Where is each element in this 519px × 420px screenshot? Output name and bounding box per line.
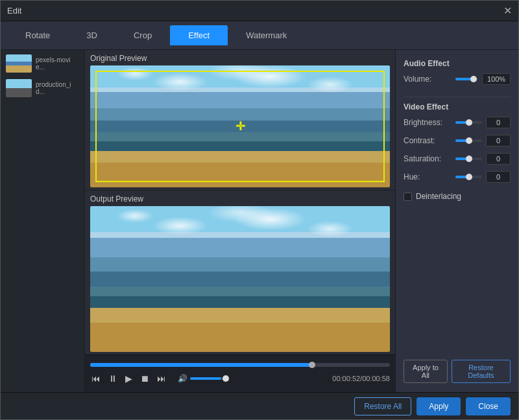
output-preview-label: Output Preview <box>90 194 390 204</box>
volume-label: Volume: <box>404 75 455 84</box>
progress-fill <box>90 363 312 367</box>
cloud-overlay <box>90 65 390 121</box>
sidebar-label-0: pexels-movie... <box>36 56 79 71</box>
hue-row: Hue: <box>404 171 511 183</box>
tab-watermark[interactable]: Watermark <box>228 25 305 45</box>
controls-bar: ⏮ ⏸ ▶ ⏹ ⏭ 🔊 00:00:52/00:00:58 <box>85 355 395 392</box>
output-preview-section: Output Preview <box>85 191 395 355</box>
brightness-row: Brightness: <box>404 117 511 128</box>
brightness-thumb <box>466 119 472 126</box>
sidebar-thumb-1 <box>6 79 32 97</box>
right-panel: Audio Effect Volume: Video Effect Bright… <box>395 50 518 392</box>
volume-row: Volume: <box>404 73 511 85</box>
window-close-button[interactable]: ✕ <box>503 6 512 16</box>
original-video <box>90 65 390 187</box>
tab-3d[interactable]: 3D <box>68 25 115 45</box>
window-title: Edit <box>7 6 21 16</box>
skip-back-button[interactable]: ⏮ <box>90 372 102 385</box>
skip-forward-button[interactable]: ⏭ <box>156 372 167 385</box>
original-preview-frame: ✛ <box>90 65 390 187</box>
saturation-value[interactable] <box>486 153 511 165</box>
saturation-slider[interactable] <box>455 158 482 160</box>
main-window: Edit ✕ Rotate 3D Crop Effect Watermark p… <box>0 0 519 420</box>
saturation-row: Saturation: <box>404 153 511 165</box>
apply-row: Apply to All Restore Defaults <box>404 360 511 383</box>
apply-to-all-button[interactable]: Apply to All <box>404 360 448 383</box>
sidebar-label-1: production_id... <box>36 81 79 95</box>
spacer <box>404 201 511 355</box>
deinterlacing-checkbox[interactable] <box>404 192 412 201</box>
bottom-bar: Restore All Apply Close <box>1 392 518 419</box>
tab-crop[interactable]: Crop <box>115 25 170 45</box>
sidebar-item-1[interactable]: production_id... <box>3 77 82 99</box>
hue-label: Hue: <box>404 172 455 181</box>
restore-defaults-button[interactable]: Restore Defaults <box>452 360 511 383</box>
sidebar: pexels-movie... production_id... <box>1 50 85 392</box>
play-button[interactable]: ▶ <box>124 372 134 385</box>
deinterlacing-row: Deinterlacing <box>404 192 511 201</box>
output-cloud-overlay <box>90 206 390 272</box>
transport-row: ⏮ ⏸ ▶ ⏹ ⏭ 🔊 00:00:52/00:00:58 <box>90 372 390 385</box>
close-button[interactable]: Close <box>466 397 511 415</box>
original-preview-label: Original Preview <box>90 54 390 63</box>
progress-thumb <box>309 362 315 368</box>
contrast-label: Contrast: <box>404 136 455 145</box>
time-display: 00:00:52/00:00:58 <box>332 375 390 382</box>
volume-effect-thumb <box>470 76 477 82</box>
contrast-value[interactable] <box>486 135 511 146</box>
brightness-slider[interactable] <box>455 121 482 124</box>
title-bar: Edit ✕ <box>1 1 518 21</box>
volume-thumb <box>223 375 229 382</box>
tab-rotate[interactable]: Rotate <box>7 25 68 45</box>
contrast-slider[interactable] <box>455 139 482 142</box>
output-preview-frame <box>90 206 390 352</box>
stop-button[interactable]: ⏹ <box>139 372 151 385</box>
contrast-thumb <box>466 137 472 144</box>
hue-slider[interactable] <box>455 176 482 178</box>
hue-value[interactable] <box>486 171 511 183</box>
volume-slider[interactable] <box>190 377 229 380</box>
saturation-label: Saturation: <box>404 154 455 163</box>
restore-all-button[interactable]: Restore All <box>354 397 411 415</box>
apply-button[interactable]: Apply <box>416 397 461 415</box>
sidebar-thumb-0 <box>6 54 32 73</box>
volume-fill <box>190 377 221 380</box>
audio-video-divider <box>404 97 511 97</box>
volume-effect-slider[interactable] <box>455 78 478 80</box>
audio-effect-title: Audio Effect <box>404 59 511 68</box>
brightness-value[interactable] <box>486 117 511 128</box>
deinterlacing-label: Deinterlacing <box>416 192 461 201</box>
contrast-row: Contrast: <box>404 135 511 146</box>
hue-thumb <box>466 174 472 180</box>
main-content: pexels-movie... production_id... Origina… <box>1 50 518 392</box>
pause-button[interactable]: ⏸ <box>107 372 119 385</box>
brightness-label: Brightness: <box>404 118 455 127</box>
output-video <box>90 206 390 352</box>
original-preview-section: Original Preview ✛ <box>85 50 395 190</box>
progress-bar[interactable] <box>90 363 390 367</box>
video-effect-title: Video Effect <box>404 102 511 111</box>
sidebar-item-0[interactable]: pexels-movie... <box>3 52 82 75</box>
tab-effect[interactable]: Effect <box>170 25 228 45</box>
volume-value[interactable] <box>482 73 511 85</box>
volume-area: 🔊 <box>178 374 229 383</box>
saturation-thumb <box>466 156 472 162</box>
volume-icon: 🔊 <box>178 374 187 383</box>
tabs-bar: Rotate 3D Crop Effect Watermark <box>1 21 518 50</box>
preview-area: Original Preview ✛ Output Preview <box>85 50 395 392</box>
